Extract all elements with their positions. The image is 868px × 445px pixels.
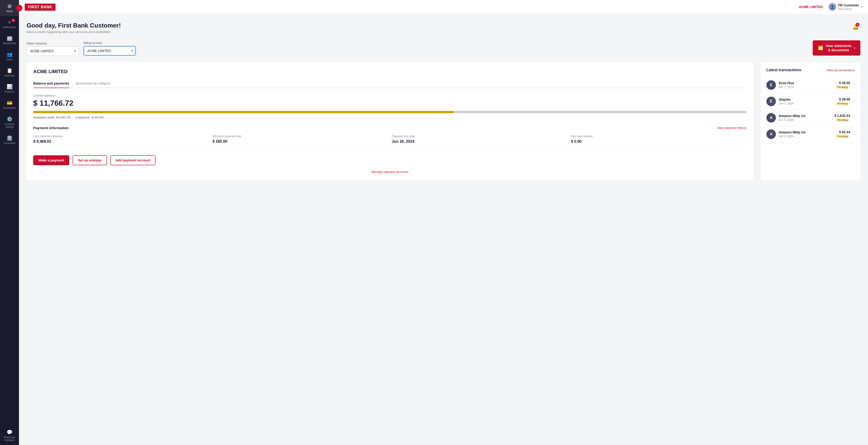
view-statements-label: View statements & documents bbox=[826, 44, 851, 52]
departments-icon: 🏢 bbox=[7, 35, 12, 41]
transaction-info: Staples Jun 7, 2024 bbox=[779, 97, 794, 105]
home-icon: ⊞ bbox=[8, 3, 12, 9]
transaction-amount-status: $ 49.00 Pending bbox=[835, 97, 850, 106]
left-panel: ACME LIMITED Balance and payments Breakd… bbox=[27, 62, 753, 180]
billing-filter-group: Billing account ACME LIMITED bbox=[84, 41, 136, 56]
transaction-left: A Amazon Mktp Us Jun 5, 2024 bbox=[766, 129, 806, 139]
tab-balance-payments[interactable]: Balance and payments bbox=[33, 79, 69, 88]
header-text: Good day, First Bank Customer! Here is w… bbox=[27, 22, 121, 34]
content-grid: ACME LIMITED Balance and payments Breakd… bbox=[27, 62, 860, 180]
transaction-avatar: A bbox=[766, 129, 776, 139]
logo-area: FIRST BANK bbox=[25, 4, 56, 11]
payment-info-header: Payment information View payment history bbox=[33, 126, 746, 130]
credit-limit-label: Credit limit bbox=[75, 116, 90, 119]
stat-last-balance-value: $ 9,468.02 bbox=[33, 139, 209, 144]
company-select[interactable]: ACME LIMITED bbox=[27, 47, 79, 56]
sidebar-item-analytics[interactable]: 📊 Analytics bbox=[0, 81, 19, 97]
stat-last-balance-label: Last statement balance bbox=[33, 135, 209, 138]
user-menu[interactable]: 👤 FB Customer Bank admin ▾ bbox=[829, 3, 862, 11]
credit-bar-fill bbox=[33, 111, 454, 113]
stat-due-date-label: Payment due date bbox=[392, 135, 567, 138]
transaction-right: $ 62.44 Pending › bbox=[835, 130, 855, 138]
credit-limit-value: $ 20,000 bbox=[92, 116, 104, 119]
sidebar-item-company-settings[interactable]: ⚙️ Company settings bbox=[0, 113, 19, 132]
chevron-right-icon: › bbox=[854, 116, 855, 120]
companies-icon: 🏛️ bbox=[7, 135, 12, 141]
transaction-name: Amazon Mktp Us bbox=[779, 130, 806, 134]
sidebar-item-audit-logs[interactable]: 📋 Audit logs bbox=[0, 64, 19, 81]
transaction-date: Jun 7, 2024 bbox=[779, 102, 794, 105]
sidebar-item-label: Share your feedback bbox=[0, 436, 19, 442]
stat-last-balance: Last statement balance $ 9,468.02 bbox=[33, 135, 209, 144]
billing-select[interactable]: ACME LIMITED bbox=[84, 46, 136, 56]
statements-icon: 🗂️ bbox=[818, 45, 823, 51]
user-role: Bank admin bbox=[838, 7, 859, 11]
sidebar-item-users[interactable]: 👥 Users bbox=[0, 48, 19, 64]
payment-stats: Last statement balance $ 9,468.02 Minimu… bbox=[33, 135, 746, 150]
user-avatar: 👤 bbox=[829, 3, 836, 11]
transaction-date: Jun 5, 2024 bbox=[779, 118, 806, 122]
sidebar-item-notifications[interactable]: ≡ Notifications 0 bbox=[0, 16, 19, 32]
tab-breakdown-category[interactable]: Breakdown by category bbox=[76, 79, 111, 88]
transaction-right: $ 49.00 Pending › bbox=[835, 97, 855, 106]
transaction-left: E Print Plus Jun 7, 2024 bbox=[766, 80, 794, 90]
cardholders-icon: 💳 bbox=[7, 100, 12, 106]
company-settings-icon: ⚙️ bbox=[7, 116, 12, 122]
available-credit-value: $ 6,601.00 bbox=[56, 116, 70, 119]
setup-autopay-button[interactable]: Set up autopay bbox=[73, 155, 107, 165]
chevron-down-icon: ▾ bbox=[861, 5, 862, 8]
manage-payment-accounts-link[interactable]: Manage payment accounts bbox=[33, 170, 746, 174]
transaction-info: Print Plus Jun 7, 2024 bbox=[779, 81, 794, 89]
view-all-transactions-link[interactable]: View all transactions bbox=[827, 68, 855, 72]
view-statements-button[interactable]: 🗂️ View statements & documents › bbox=[813, 40, 860, 56]
transaction-item[interactable]: E Staples Jun 7, 2024 $ 49.00 Pending › bbox=[766, 93, 855, 110]
transaction-item[interactable]: A Amazon Mktp Us Jun 5, 2024 $ 62.44 Pen… bbox=[766, 126, 855, 143]
transactions-header: Latest transactions View all transaction… bbox=[766, 68, 855, 72]
transaction-left: E Staples Jun 7, 2024 bbox=[766, 97, 794, 106]
topbar-company-name: ACME LIMITED bbox=[799, 5, 823, 9]
company-filter-group: Select company ACME LIMITED bbox=[27, 42, 79, 56]
transaction-item[interactable]: A Amazon Mktp Us Jun 5, 2024 $ 1,632.43 … bbox=[766, 110, 855, 126]
status-badge: Pending bbox=[835, 101, 850, 106]
stat-min-payment: Minimum payment due $ 285.00 bbox=[213, 135, 388, 144]
transaction-item[interactable]: E Print Plus Jun 7, 2024 $ 49.00 Pending… bbox=[766, 77, 855, 93]
transaction-avatar: E bbox=[766, 80, 776, 90]
stat-due-date-value: Jun 26, 2024 bbox=[392, 139, 567, 144]
page-title: Good day, First Bank Customer! bbox=[27, 22, 121, 29]
add-payment-account-button[interactable]: Add payment account bbox=[111, 155, 156, 165]
company-filter-label: Select company bbox=[27, 42, 79, 45]
available-credit-label: Available credit bbox=[33, 116, 54, 119]
make-payment-button[interactable]: Make a payment bbox=[33, 155, 69, 165]
transaction-right: $ 1,632.43 Pending › bbox=[835, 114, 855, 122]
user-name: FB Customer bbox=[838, 3, 859, 7]
stat-min-payment-value: $ 285.00 bbox=[213, 139, 388, 144]
sidebar-item-companies[interactable]: 🏛️ Companies bbox=[0, 132, 19, 148]
sidebar-item-cardholders[interactable]: 💳 Cardholders bbox=[0, 97, 19, 113]
transaction-amount: $ 49.00 bbox=[835, 97, 850, 101]
credit-separator: | bbox=[72, 116, 73, 119]
logo: FIRST BANK bbox=[25, 4, 56, 11]
sidebar-item-departments[interactable]: 🏢 Departments bbox=[0, 32, 19, 48]
page-subtitle: Here is what's happening with your accou… bbox=[27, 30, 121, 34]
sidebar-item-label: Notifications bbox=[3, 26, 16, 29]
view-payment-history-link[interactable]: View payment history bbox=[717, 126, 746, 130]
transaction-name: Print Plus bbox=[779, 81, 794, 85]
notification-bell[interactable]: 🔔 0 bbox=[850, 22, 860, 32]
statements-arrow-icon: › bbox=[854, 46, 855, 51]
sidebar-item-label: Company settings bbox=[0, 123, 19, 128]
sidebar-item-share-feedback[interactable]: 💬 Share your feedback bbox=[0, 426, 19, 445]
transaction-amount-status: $ 62.44 Pending bbox=[835, 130, 850, 138]
sidebar-toggle[interactable]: › bbox=[16, 5, 22, 11]
transaction-name: Amazon Mktp Us bbox=[779, 114, 806, 118]
status-badge: Pending bbox=[835, 134, 850, 139]
topbar: FIRST BANK ACME LIMITED 👤 FB Customer Ba… bbox=[19, 0, 868, 14]
billing-filter-label: Billing account bbox=[84, 41, 136, 44]
main-wrapper: FIRST BANK ACME LIMITED 👤 FB Customer Ba… bbox=[19, 0, 868, 445]
billing-select-wrapper: ACME LIMITED bbox=[84, 46, 136, 56]
content-area: Good day, First Bank Customer! Here is w… bbox=[19, 14, 868, 445]
notification-badge: 0 bbox=[11, 19, 15, 22]
payment-info-title: Payment information bbox=[33, 126, 69, 130]
stat-past-due-value: $ 0.00 bbox=[571, 139, 746, 144]
credit-bar-background bbox=[33, 111, 746, 113]
chevron-right-icon: › bbox=[854, 99, 855, 103]
